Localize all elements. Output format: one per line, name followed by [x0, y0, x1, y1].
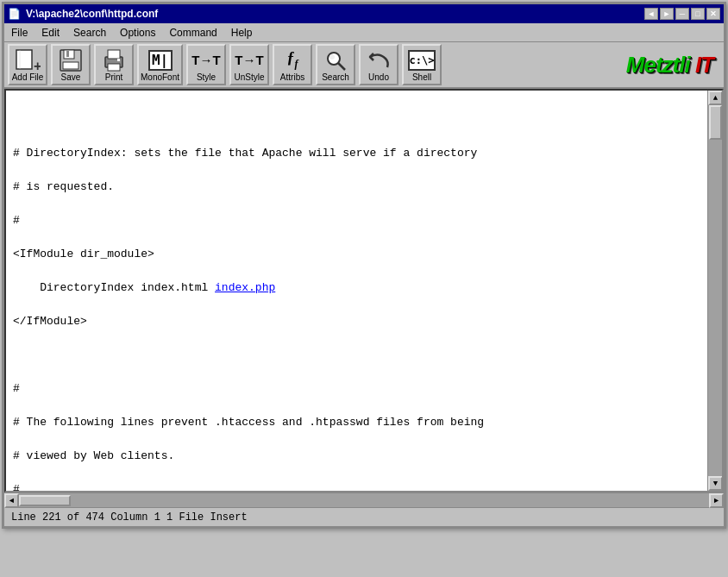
logo: Metztli IT — [626, 52, 720, 78]
menu-file[interactable]: File — [4, 25, 35, 41]
attribs-label: Attribs — [280, 72, 304, 82]
attribs-icon: ƒf — [279, 47, 306, 72]
style-button[interactable]: T→T Style — [186, 44, 226, 85]
main-window: 📄 V:\apache2\conf\httpd.conf ◄ ► ─ □ ✕ F… — [2, 2, 726, 529]
window-title: V:\apache2\conf\httpd.conf — [26, 8, 158, 20]
undo-icon — [365, 47, 392, 72]
restore-btn-1[interactable]: ◄ — [644, 8, 658, 20]
attribs-button[interactable]: ƒf Attribs — [273, 44, 312, 85]
svg-rect-8 — [108, 50, 120, 59]
scroll-up-arrow[interactable]: ▲ — [708, 91, 723, 105]
save-label: Save — [61, 72, 81, 82]
undo-label: Undo — [368, 72, 389, 82]
line-dirindex-comment-2: # is requested. — [13, 179, 700, 196]
search-icon — [322, 47, 349, 72]
add-file-icon: + — [14, 47, 41, 72]
close-btn[interactable]: ✕ — [706, 8, 720, 20]
restore-btn-2[interactable]: ► — [660, 8, 674, 20]
save-button[interactable]: Save — [51, 44, 91, 85]
menu-search[interactable]: Search — [66, 25, 113, 41]
style-label: Style — [197, 72, 216, 82]
vertical-scrollbar[interactable]: ▲ ▼ — [707, 91, 722, 491]
line-dirindex-comment-1: # DirectoryIndex: sets the file that Apa… — [13, 145, 700, 162]
scroll-left-arrow[interactable]: ◄ — [4, 493, 19, 508]
maximize-btn[interactable]: □ — [691, 8, 705, 20]
status-text: Line 221 of 474 Column 1 1 File Insert — [11, 511, 248, 524]
horizontal-scrollbar[interactable] — [19, 493, 709, 507]
menu-options[interactable]: Options — [113, 25, 162, 41]
title-bar-buttons: ◄ ► ─ □ ✕ — [644, 8, 720, 20]
line-hash-2: # — [13, 380, 700, 398]
shell-icon: c:\> — [408, 47, 436, 72]
scroll-down-arrow[interactable]: ▼ — [708, 476, 723, 491]
title-bar: 📄 V:\apache2\conf\httpd.conf ◄ ► ─ □ ✕ — [4, 4, 724, 23]
toolbar: + Add File Save — [4, 42, 724, 89]
shell-button[interactable]: c:\> Shell — [402, 44, 442, 85]
menu-edit[interactable]: Edit — [35, 25, 66, 41]
line-directoryindex: DirectoryIndex index.html index.php — [13, 279, 700, 297]
add-file-label: Add File — [12, 72, 44, 82]
print-label: Print — [105, 72, 123, 82]
monofont-icon: M| — [147, 47, 174, 72]
print-icon — [100, 47, 128, 72]
monofont-label: MonoFont — [141, 72, 179, 82]
line-htaccess-comment-2: # viewed by Web clients. — [13, 448, 700, 465]
svg-point-13 — [329, 54, 335, 60]
monofont-button[interactable]: M| MonoFont — [137, 44, 183, 85]
horizontal-scrollbar-container[interactable]: ◄ ► — [4, 492, 724, 507]
svg-rect-10 — [117, 59, 120, 61]
editor-content[interactable]: # DirectoryIndex: sets the file that Apa… — [6, 91, 707, 491]
svg-rect-5 — [63, 62, 78, 69]
add-file-button[interactable]: + Add File — [8, 44, 47, 85]
svg-text:+: + — [34, 59, 41, 72]
shell-label: Shell — [412, 72, 431, 82]
print-button[interactable]: Print — [94, 44, 134, 85]
menu-bar: File Edit Search Options Command Help — [4, 23, 724, 42]
title-icon: 📄 — [8, 8, 21, 20]
svg-rect-6 — [66, 51, 69, 57]
scroll-right-arrow[interactable]: ► — [709, 493, 724, 508]
search-label: Search — [322, 72, 349, 82]
minimize-btn[interactable]: ─ — [675, 8, 689, 20]
unstyle-icon: T→T — [235, 47, 263, 72]
search-button[interactable]: Search — [316, 44, 355, 85]
unstyle-button[interactable]: T→T UnStyle — [229, 44, 269, 85]
php-link[interactable]: index.php — [215, 281, 275, 294]
scroll-track-v[interactable] — [708, 105, 722, 476]
menu-help[interactable]: Help — [224, 25, 260, 41]
menu-command[interactable]: Command — [162, 25, 223, 41]
scroll-thumb-v[interactable] — [709, 105, 722, 140]
scroll-thumb-h[interactable] — [19, 495, 71, 506]
svg-rect-9 — [108, 64, 120, 71]
save-icon — [57, 47, 85, 72]
line-ifmodule-close: </IfModule> — [13, 313, 700, 330]
svg-rect-0 — [16, 50, 32, 69]
svg-line-12 — [338, 63, 345, 70]
status-bar: Line 221 of 474 Column 1 1 File Insert — [4, 507, 724, 526]
style-icon: T→T — [192, 47, 220, 72]
line-ifmodule-open: <IfModule dir_module> — [13, 246, 700, 263]
unstyle-label: UnStyle — [235, 72, 265, 82]
line-hash-1: # — [13, 212, 700, 229]
line-blank-2 — [13, 347, 700, 364]
line-hash-3: # — [13, 481, 700, 492]
undo-button[interactable]: Undo — [359, 44, 399, 85]
line-blank-1 — [13, 111, 700, 129]
editor-container: # DirectoryIndex: sets the file that Apa… — [4, 89, 724, 492]
line-htaccess-comment-1: # The following lines prevent .htaccess … — [13, 414, 700, 431]
